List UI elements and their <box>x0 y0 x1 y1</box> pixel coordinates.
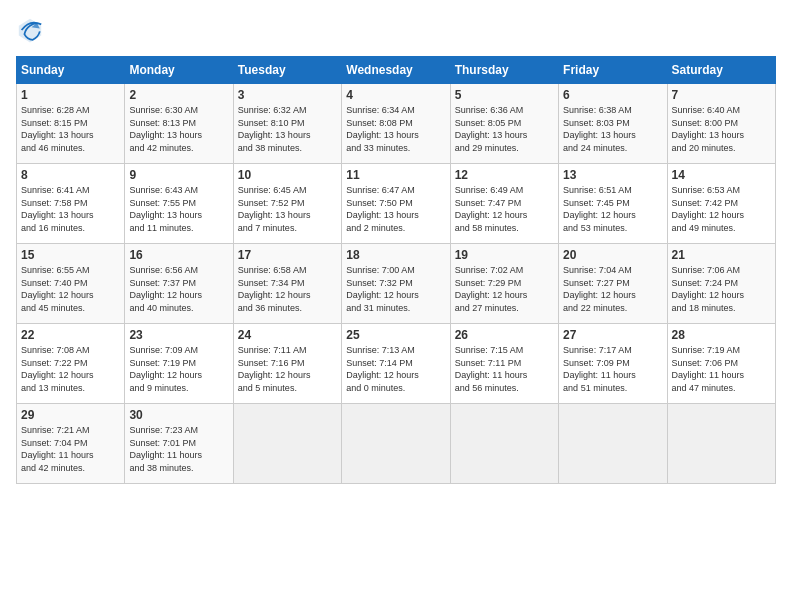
day-number: 27 <box>563 328 662 342</box>
calendar-cell: 7Sunrise: 6:40 AMSunset: 8:00 PMDaylight… <box>667 84 775 164</box>
cell-details: Sunrise: 7:00 AMSunset: 7:32 PMDaylight:… <box>346 264 445 314</box>
day-number: 23 <box>129 328 228 342</box>
day-number: 6 <box>563 88 662 102</box>
calendar-cell: 18Sunrise: 7:00 AMSunset: 7:32 PMDayligh… <box>342 244 450 324</box>
calendar-cell: 21Sunrise: 7:06 AMSunset: 7:24 PMDayligh… <box>667 244 775 324</box>
col-header-thursday: Thursday <box>450 57 558 84</box>
cell-details: Sunrise: 6:36 AMSunset: 8:05 PMDaylight:… <box>455 104 554 154</box>
cell-details: Sunrise: 7:06 AMSunset: 7:24 PMDaylight:… <box>672 264 771 314</box>
day-number: 15 <box>21 248 120 262</box>
calendar-cell: 22Sunrise: 7:08 AMSunset: 7:22 PMDayligh… <box>17 324 125 404</box>
logo <box>16 16 48 44</box>
cell-details: Sunrise: 6:41 AMSunset: 7:58 PMDaylight:… <box>21 184 120 234</box>
cell-details: Sunrise: 7:11 AMSunset: 7:16 PMDaylight:… <box>238 344 337 394</box>
calendar-cell: 9Sunrise: 6:43 AMSunset: 7:55 PMDaylight… <box>125 164 233 244</box>
day-number: 11 <box>346 168 445 182</box>
cell-details: Sunrise: 6:28 AMSunset: 8:15 PMDaylight:… <box>21 104 120 154</box>
calendar-cell: 30Sunrise: 7:23 AMSunset: 7:01 PMDayligh… <box>125 404 233 484</box>
cell-details: Sunrise: 7:17 AMSunset: 7:09 PMDaylight:… <box>563 344 662 394</box>
cell-details: Sunrise: 7:08 AMSunset: 7:22 PMDaylight:… <box>21 344 120 394</box>
calendar-cell: 26Sunrise: 7:15 AMSunset: 7:11 PMDayligh… <box>450 324 558 404</box>
day-number: 28 <box>672 328 771 342</box>
day-number: 14 <box>672 168 771 182</box>
calendar-cell: 14Sunrise: 6:53 AMSunset: 7:42 PMDayligh… <box>667 164 775 244</box>
day-number: 9 <box>129 168 228 182</box>
calendar-cell: 12Sunrise: 6:49 AMSunset: 7:47 PMDayligh… <box>450 164 558 244</box>
cell-details: Sunrise: 7:04 AMSunset: 7:27 PMDaylight:… <box>563 264 662 314</box>
day-number: 7 <box>672 88 771 102</box>
calendar-cell: 29Sunrise: 7:21 AMSunset: 7:04 PMDayligh… <box>17 404 125 484</box>
calendar-cell <box>667 404 775 484</box>
calendar-cell <box>559 404 667 484</box>
day-number: 8 <box>21 168 120 182</box>
cell-details: Sunrise: 7:21 AMSunset: 7:04 PMDaylight:… <box>21 424 120 474</box>
day-number: 30 <box>129 408 228 422</box>
calendar-cell: 5Sunrise: 6:36 AMSunset: 8:05 PMDaylight… <box>450 84 558 164</box>
day-number: 12 <box>455 168 554 182</box>
cell-details: Sunrise: 7:23 AMSunset: 7:01 PMDaylight:… <box>129 424 228 474</box>
cell-details: Sunrise: 6:49 AMSunset: 7:47 PMDaylight:… <box>455 184 554 234</box>
calendar-table: SundayMondayTuesdayWednesdayThursdayFrid… <box>16 56 776 484</box>
cell-details: Sunrise: 6:34 AMSunset: 8:08 PMDaylight:… <box>346 104 445 154</box>
calendar-cell: 19Sunrise: 7:02 AMSunset: 7:29 PMDayligh… <box>450 244 558 324</box>
calendar-cell: 23Sunrise: 7:09 AMSunset: 7:19 PMDayligh… <box>125 324 233 404</box>
day-number: 17 <box>238 248 337 262</box>
calendar-cell: 3Sunrise: 6:32 AMSunset: 8:10 PMDaylight… <box>233 84 341 164</box>
calendar-cell: 1Sunrise: 6:28 AMSunset: 8:15 PMDaylight… <box>17 84 125 164</box>
day-number: 19 <box>455 248 554 262</box>
day-number: 10 <box>238 168 337 182</box>
cell-details: Sunrise: 7:19 AMSunset: 7:06 PMDaylight:… <box>672 344 771 394</box>
cell-details: Sunrise: 6:55 AMSunset: 7:40 PMDaylight:… <box>21 264 120 314</box>
calendar-cell: 27Sunrise: 7:17 AMSunset: 7:09 PMDayligh… <box>559 324 667 404</box>
calendar-cell: 28Sunrise: 7:19 AMSunset: 7:06 PMDayligh… <box>667 324 775 404</box>
calendar-cell: 10Sunrise: 6:45 AMSunset: 7:52 PMDayligh… <box>233 164 341 244</box>
cell-details: Sunrise: 6:45 AMSunset: 7:52 PMDaylight:… <box>238 184 337 234</box>
day-number: 29 <box>21 408 120 422</box>
col-header-saturday: Saturday <box>667 57 775 84</box>
cell-details: Sunrise: 6:58 AMSunset: 7:34 PMDaylight:… <box>238 264 337 314</box>
cell-details: Sunrise: 6:47 AMSunset: 7:50 PMDaylight:… <box>346 184 445 234</box>
cell-details: Sunrise: 6:38 AMSunset: 8:03 PMDaylight:… <box>563 104 662 154</box>
calendar-cell: 24Sunrise: 7:11 AMSunset: 7:16 PMDayligh… <box>233 324 341 404</box>
cell-details: Sunrise: 7:13 AMSunset: 7:14 PMDaylight:… <box>346 344 445 394</box>
day-number: 22 <box>21 328 120 342</box>
day-number: 26 <box>455 328 554 342</box>
calendar-cell: 13Sunrise: 6:51 AMSunset: 7:45 PMDayligh… <box>559 164 667 244</box>
calendar-cell <box>450 404 558 484</box>
day-number: 1 <box>21 88 120 102</box>
day-number: 25 <box>346 328 445 342</box>
calendar-cell: 15Sunrise: 6:55 AMSunset: 7:40 PMDayligh… <box>17 244 125 324</box>
cell-details: Sunrise: 6:32 AMSunset: 8:10 PMDaylight:… <box>238 104 337 154</box>
logo-icon <box>16 16 44 44</box>
cell-details: Sunrise: 6:40 AMSunset: 8:00 PMDaylight:… <box>672 104 771 154</box>
cell-details: Sunrise: 6:53 AMSunset: 7:42 PMDaylight:… <box>672 184 771 234</box>
col-header-friday: Friday <box>559 57 667 84</box>
cell-details: Sunrise: 7:09 AMSunset: 7:19 PMDaylight:… <box>129 344 228 394</box>
day-number: 13 <box>563 168 662 182</box>
calendar-cell: 11Sunrise: 6:47 AMSunset: 7:50 PMDayligh… <box>342 164 450 244</box>
calendar-cell <box>233 404 341 484</box>
day-number: 2 <box>129 88 228 102</box>
cell-details: Sunrise: 6:30 AMSunset: 8:13 PMDaylight:… <box>129 104 228 154</box>
calendar-cell: 4Sunrise: 6:34 AMSunset: 8:08 PMDaylight… <box>342 84 450 164</box>
calendar-cell: 2Sunrise: 6:30 AMSunset: 8:13 PMDaylight… <box>125 84 233 164</box>
cell-details: Sunrise: 7:02 AMSunset: 7:29 PMDaylight:… <box>455 264 554 314</box>
day-number: 18 <box>346 248 445 262</box>
calendar-cell: 25Sunrise: 7:13 AMSunset: 7:14 PMDayligh… <box>342 324 450 404</box>
day-number: 21 <box>672 248 771 262</box>
calendar-cell: 16Sunrise: 6:56 AMSunset: 7:37 PMDayligh… <box>125 244 233 324</box>
cell-details: Sunrise: 6:51 AMSunset: 7:45 PMDaylight:… <box>563 184 662 234</box>
day-number: 24 <box>238 328 337 342</box>
col-header-sunday: Sunday <box>17 57 125 84</box>
day-number: 20 <box>563 248 662 262</box>
day-number: 4 <box>346 88 445 102</box>
calendar-cell: 8Sunrise: 6:41 AMSunset: 7:58 PMDaylight… <box>17 164 125 244</box>
page-header <box>16 16 776 44</box>
cell-details: Sunrise: 6:56 AMSunset: 7:37 PMDaylight:… <box>129 264 228 314</box>
day-number: 16 <box>129 248 228 262</box>
day-number: 3 <box>238 88 337 102</box>
col-header-tuesday: Tuesday <box>233 57 341 84</box>
col-header-wednesday: Wednesday <box>342 57 450 84</box>
cell-details: Sunrise: 6:43 AMSunset: 7:55 PMDaylight:… <box>129 184 228 234</box>
calendar-cell <box>342 404 450 484</box>
